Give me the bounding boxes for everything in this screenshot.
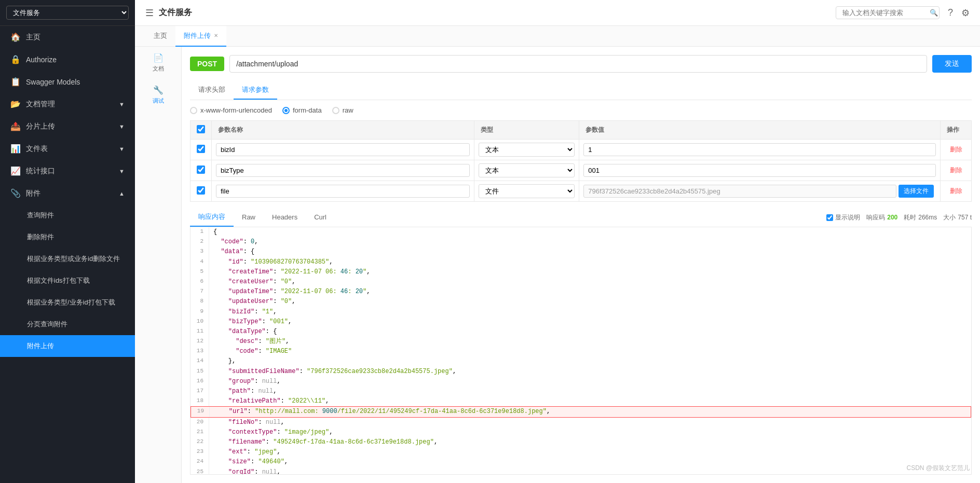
send-button[interactable]: 发送 (932, 55, 972, 73)
req-tab-headers[interactable]: 请求头部 (190, 81, 234, 100)
param-value-input-1[interactable] (583, 164, 936, 177)
nav-label-attachment: 附件 (26, 189, 40, 198)
show-desc-label: 显示说明 (835, 213, 860, 222)
sidebar-item-swagger-models[interactable]: 📋Swagger Models (0, 71, 135, 93)
help-icon[interactable]: ? (948, 7, 953, 18)
tab-attach-upload[interactable]: 附件上传 ✕ (175, 26, 226, 47)
sidebar-item-authorize[interactable]: 🔒Authorize (0, 48, 135, 71)
sidebar-item-home[interactable]: 🏠主页 (0, 26, 135, 48)
radio-formdata[interactable]: form-data (282, 106, 322, 114)
line-num-25: 25 (190, 467, 209, 475)
method-badge[interactable]: POST (190, 57, 224, 71)
nav-label-download-type: 根据业务类型/业务id打包下载 (27, 298, 115, 307)
param-delete-1[interactable]: 删除 (950, 167, 962, 174)
sidebar-item-attach-upload[interactable]: 附件上传 (0, 335, 135, 357)
time-label: 耗时 (904, 213, 916, 222)
param-check-cell-1 (190, 160, 212, 181)
resp-tab-headers[interactable]: Headers (264, 209, 306, 226)
th-type: 类型 (474, 121, 579, 140)
line-content-24: "size": "49640", (213, 457, 971, 467)
sidebar-item-multipart[interactable]: 📤分片上传▼ (0, 115, 135, 137)
param-name-input-2[interactable] (216, 185, 470, 198)
line-num-22: 22 (190, 437, 209, 447)
check-all[interactable] (197, 125, 205, 133)
sidebar-item-download-type[interactable]: 根据业务类型/业务id打包下载 (0, 292, 135, 313)
tab-close-icon[interactable]: ✕ (214, 33, 218, 38)
sidebar-item-delete-attach[interactable]: 删除附件 (0, 226, 135, 248)
param-type-select-0[interactable]: 文本 (479, 143, 575, 157)
search-input[interactable] (842, 9, 925, 17)
param-type-select-2[interactable]: 文件 (479, 184, 575, 198)
show-desc-toggle[interactable]: 显示说明 (826, 213, 860, 222)
nav-label-attach-upload: 附件上传 (27, 341, 54, 351)
param-checkbox-1[interactable] (197, 165, 205, 174)
doc-panel-debug[interactable]: 🔧 调试 (135, 79, 181, 111)
line-num-19: 19 (191, 407, 210, 417)
sidebar-item-attachment[interactable]: 📎附件▲ (0, 182, 135, 204)
line-content-6: "createUser": "0", (213, 277, 971, 287)
endpoint-input[interactable] (229, 55, 927, 73)
th-op: 操作 (941, 121, 972, 140)
param-name-input-0[interactable] (216, 143, 470, 156)
nav-label-doc-manage: 文档管理 (26, 100, 55, 109)
settings-icon[interactable]: ⚙ (961, 7, 970, 19)
param-value-input-0[interactable] (583, 143, 936, 156)
choose-file-button-2[interactable]: 选择文件 (899, 185, 934, 198)
param-value-input-2[interactable] (583, 185, 896, 198)
line-num-23: 23 (190, 447, 209, 457)
param-check-cell-2 (190, 181, 212, 202)
topbar-left: ☰ 文件服务 (145, 7, 192, 19)
sidebar-item-download-ids[interactable]: 根据文件ids打包下载 (0, 270, 135, 292)
param-type-select-1[interactable]: 文本 (479, 163, 575, 177)
param-type-cell-1: 文本 (474, 160, 579, 181)
sidebar-item-query-attach[interactable]: 查询附件 (0, 204, 135, 226)
sidebar-item-doc-manage[interactable]: 📂文档管理▼ (0, 93, 135, 115)
resp-tab-curl[interactable]: Curl (306, 209, 335, 226)
sidebar-item-file-table[interactable]: 📊文件表▼ (0, 137, 135, 160)
line-num-24: 24 (190, 457, 209, 467)
radio-formdata-circle (282, 107, 290, 114)
code-line-17: 17 "path": null, (190, 387, 971, 396)
show-desc-checkbox[interactable] (826, 214, 833, 221)
param-check-cell-0 (190, 140, 212, 160)
radio-urlencoded[interactable]: x-www-form-urlencoded (190, 106, 272, 114)
line-content-19: "url": "http://mall.com: 9000/file/2022/… (214, 407, 971, 417)
req-tab-params[interactable]: 请求参数 (234, 81, 277, 100)
doc-panel-doc[interactable]: 📄 文档 (135, 47, 181, 79)
line-num-1: 1 (190, 227, 209, 237)
param-delete-2[interactable]: 删除 (950, 187, 962, 195)
params-table: 参数名称 类型 参数值 操作 文本 (190, 120, 972, 202)
param-row-1: 文本 删除 (190, 160, 972, 181)
tab-home[interactable]: 主页 (145, 26, 175, 47)
resp-tab-raw[interactable]: Raw (234, 209, 264, 226)
sidebar: 文件服务 🏠主页🔒Authorize📋Swagger Models📂文档管理▼📤… (0, 0, 135, 483)
code-line-1: 1{ (190, 227, 971, 237)
radio-raw-label: raw (343, 106, 353, 114)
search-icon[interactable]: 🔍 (930, 9, 938, 17)
param-checkbox-2[interactable] (197, 186, 205, 195)
param-checkbox-0[interactable] (197, 145, 205, 153)
sidebar-item-delete-by-type[interactable]: 根据业务类型或业务id删除文件 (0, 248, 135, 270)
line-content-9: "bizId": "1", (213, 307, 971, 317)
line-num-9: 9 (190, 307, 209, 317)
menu-icon[interactable]: ☰ (145, 7, 154, 19)
sidebar-item-stat[interactable]: 📈统计接口▼ (0, 160, 135, 182)
endpoint-row: POST 发送 (190, 55, 972, 73)
code-line-20: 20 "fileNo": null, (190, 418, 971, 427)
size-display: 大小 757 t (943, 213, 972, 222)
radio-raw[interactable]: raw (332, 106, 353, 114)
resp-tab-content[interactable]: 响应内容 (190, 208, 234, 227)
content-area: 📄 文档 🔧 调试 POST 发送 请求头部 (135, 47, 980, 483)
param-delete-0[interactable]: 删除 (950, 146, 962, 153)
code-line-2: 2 "code": 0, (190, 237, 971, 247)
radio-urlencoded-circle (190, 107, 197, 114)
line-content-5: "createTime": "2022-11-07 06: 46: 20", (213, 267, 971, 277)
code-line-12: 12 "desc": "图片", (190, 337, 971, 347)
param-name-input-1[interactable] (216, 164, 470, 177)
line-content-18: "relativePath": "2022\\11", (213, 396, 971, 406)
sidebar-item-page-query[interactable]: 分页查询附件 (0, 313, 135, 335)
param-value-cell-2: 选择文件 (579, 181, 941, 202)
code-line-25: 25 "orgId": null, (190, 467, 971, 475)
service-selector[interactable]: 文件服务 (6, 6, 129, 20)
line-content-1: { (213, 227, 971, 237)
